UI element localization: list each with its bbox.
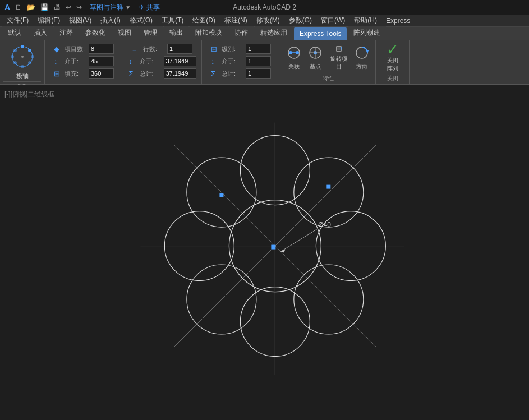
svg-point-7 <box>11 55 14 58</box>
tab-array[interactable]: 阵列创建 <box>348 26 386 40</box>
direction-button[interactable]: 方向 <box>352 43 372 72</box>
rows-count-label: 行数: <box>143 45 165 53</box>
menu-item-params[interactable]: 参数(G) <box>284 15 316 26</box>
menu-item-draw[interactable]: 绘图(D) <box>188 15 220 26</box>
ribbon-panel: 极轴 类型 ◆ 项目数: ↕ 介于: ⊞ 填充: 项目 <box>0 40 529 85</box>
tab-default[interactable]: 默认 <box>2 26 27 40</box>
rows-count-input[interactable] <box>167 44 192 54</box>
new-icon[interactable]: 🗋 <box>13 2 24 12</box>
rows-between-input[interactable] <box>164 56 196 66</box>
menu-item-express[interactable]: Express <box>381 16 415 26</box>
items-between-input[interactable] <box>89 56 114 66</box>
levels-total-icon: Σ <box>211 70 220 78</box>
items-group: ◆ 项目数: ↕ 介于: ⊞ 填充: 项目 <box>45 40 123 84</box>
menu-item-dim[interactable]: 标注(N) <box>220 15 252 26</box>
tab-addons[interactable]: 附加模块 <box>190 26 228 40</box>
close-group: ✓ 关闭阵列 关闭 <box>376 40 410 84</box>
rotate-items-button[interactable]: 旋转项目 <box>326 43 351 72</box>
type-content: 极轴 <box>8 43 36 80</box>
items-fill-input[interactable] <box>89 68 114 79</box>
props-group-title: 特性 <box>284 73 372 84</box>
rows-total-row: Σ 总计: <box>129 68 196 79</box>
basepoint-button[interactable]: 基点 <box>305 43 325 72</box>
type-group: 极轴 类型 <box>0 40 45 84</box>
close-array-label: 关闭阵列 <box>387 57 398 72</box>
tab-annotate[interactable]: 注释 <box>54 26 79 40</box>
svg-rect-20 <box>337 47 341 50</box>
share-btn[interactable]: ✈ 共享 <box>139 3 160 12</box>
tab-view[interactable]: 视图 <box>112 26 137 40</box>
levels-count-icon: ⊞ <box>211 45 220 53</box>
workspace-arrow[interactable]: ▼ <box>125 4 131 11</box>
levels-count-input[interactable] <box>246 44 271 54</box>
svg-point-4 <box>28 61 31 64</box>
tab-express[interactable]: Express Tools <box>294 27 347 40</box>
save-icon[interactable]: 💾 <box>39 2 50 12</box>
tab-apps[interactable]: 精选应用 <box>255 26 293 40</box>
ribbon-tabs: 默认插入注释参数化视图管理输出附加模块协作精选应用Express Tools阵列… <box>0 27 529 40</box>
svg-marker-22 <box>366 50 369 53</box>
items-between-row: ↕ 介于: <box>54 56 114 66</box>
levels-count-label: 级别: <box>222 45 244 53</box>
menu-bar: 文件(F)编辑(E)视图(V)插入(I)格式(O)工具(T)绘图(D)标注(N)… <box>0 15 529 27</box>
items-count-icon: ◆ <box>54 45 63 53</box>
undo-icon[interactable]: ↩ <box>64 2 73 12</box>
associate-label: 关联 <box>288 63 300 71</box>
close-content: ✓ 关闭阵列 <box>379 43 407 72</box>
tab-parametric[interactable]: 参数化 <box>80 26 111 40</box>
direction-label: 方向 <box>356 63 367 71</box>
workspace-dropdown[interactable]: 草图与注释 <box>90 3 123 12</box>
tab-output[interactable]: 输出 <box>164 26 188 40</box>
svg-point-8 <box>13 49 17 52</box>
items-fill-row: ⊞ 填充: <box>54 68 114 79</box>
menu-item-insert[interactable]: 插入(I) <box>96 15 125 26</box>
svg-point-9 <box>21 56 24 58</box>
levels-content: ⊞ 级别: ↕ 介于: Σ 总计: <box>211 43 271 81</box>
close-checkmark-icon: ✓ <box>387 42 399 57</box>
close-group-title: 关闭 <box>379 73 406 84</box>
drawing-area: [-][俯视]二维线框 <box>0 85 529 420</box>
menu-item-help[interactable]: 帮助(H) <box>349 15 381 26</box>
levels-total-input[interactable] <box>246 68 271 79</box>
menu-item-edit[interactable]: 编辑(E) <box>33 15 65 26</box>
open-icon[interactable]: 📂 <box>25 2 37 12</box>
menu-item-modify[interactable]: 修改(M) <box>252 15 284 26</box>
polar-label: 极轴 <box>16 72 29 80</box>
svg-point-5 <box>21 65 24 68</box>
view-label: [-][俯视]二维线框 <box>4 90 54 99</box>
menu-item-file[interactable]: 文件(F) <box>2 15 33 26</box>
rows-content: ≡ 行数: ↕ 介于: Σ 总计: <box>129 43 196 81</box>
rows-count-icon: ≡ <box>132 45 141 53</box>
levels-total-row: Σ 总计: <box>211 68 271 79</box>
svg-point-2 <box>28 49 31 52</box>
levels-between-input[interactable] <box>246 56 271 66</box>
menu-item-tools[interactable]: 工具(T) <box>157 15 188 26</box>
app-logo: A <box>4 3 10 12</box>
levels-between-label: 介于: <box>222 57 244 66</box>
basepoint-label: 基点 <box>310 63 321 71</box>
items-between-icon: ↕ <box>54 57 63 66</box>
rotate-items-label: 旋转项目 <box>328 55 349 71</box>
tab-collab[interactable]: 协作 <box>229 26 254 40</box>
rows-between-label: 介于: <box>140 57 162 66</box>
tab-manage[interactable]: 管理 <box>138 26 163 40</box>
redo-icon[interactable]: ↪ <box>75 2 84 12</box>
properties-group: 关联 基点 旋转项目 <box>280 40 376 84</box>
menu-item-view[interactable]: 视图(V) <box>65 15 96 26</box>
print-icon[interactable]: 🖶 <box>52 2 62 12</box>
props-content: 关联 基点 旋转项目 <box>284 43 372 72</box>
menu-item-window[interactable]: 窗口(W) <box>316 15 349 26</box>
rows-between-icon: ↕ <box>129 57 138 66</box>
menu-item-format[interactable]: 格式(O) <box>125 15 157 26</box>
app-title: Autodesk AutoCAD 2 <box>233 3 296 11</box>
close-array-button[interactable]: ✓ 关闭阵列 <box>379 43 407 72</box>
associate-button[interactable]: 关联 <box>284 43 304 72</box>
rows-total-icon: Σ <box>129 70 138 78</box>
tab-insert[interactable]: 插入 <box>28 26 53 40</box>
items-count-input[interactable] <box>89 44 114 54</box>
rows-total-input[interactable] <box>164 68 196 79</box>
polar-axis-icon[interactable]: 极轴 <box>8 43 36 80</box>
items-fill-label: 填充: <box>65 70 87 78</box>
svg-point-3 <box>31 55 34 58</box>
items-count-label: 项目数: <box>65 45 87 53</box>
